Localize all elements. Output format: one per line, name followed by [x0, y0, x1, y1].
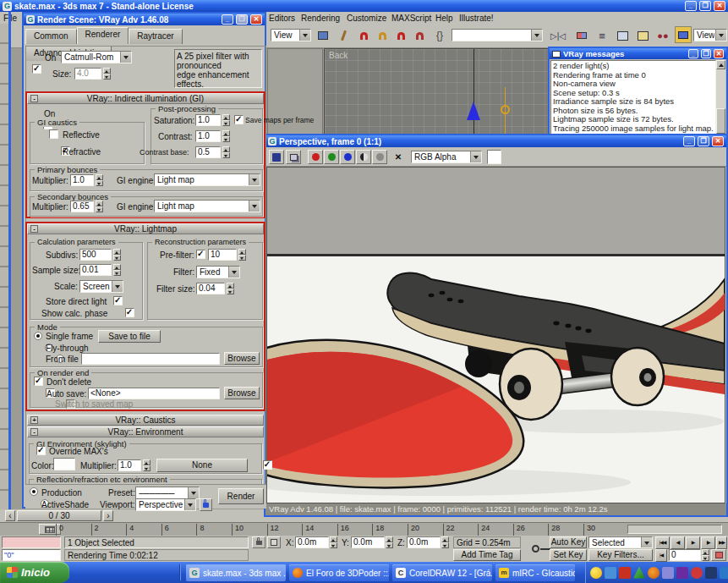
goto-frame-button[interactable]: |◀ [655, 549, 667, 562]
dont-delete-checkbox[interactable] [34, 377, 43, 386]
filter-size2-spinner[interactable] [227, 283, 234, 294]
contrast-spinner[interactable] [222, 130, 230, 142]
saturation-field[interactable]: 1.0 [195, 114, 221, 126]
messages-close-button[interactable]: ✕ [714, 49, 724, 58]
from-file-input[interactable] [81, 353, 220, 365]
prefilter-spinner[interactable] [238, 249, 246, 261]
view-dropdown-1[interactable]: View [271, 29, 311, 41]
channel-dropdown[interactable]: RGB Alpha [411, 151, 482, 163]
contrast-field[interactable]: 1.0 [195, 130, 221, 142]
task-coreldraw[interactable]: C CorelDRAW 12 - [Grá... [392, 564, 492, 581]
render-maximize-button[interactable]: ❐ [698, 136, 709, 146]
collapse-icon[interactable]: - [30, 428, 38, 436]
override-max-checkbox[interactable] [36, 446, 46, 455]
lightmap-rollout-header[interactable]: - VRay:: Lightmap [27, 223, 264, 234]
messages-scrollbar[interactable] [716, 60, 725, 140]
set-key-button[interactable]: Set Key [550, 549, 587, 561]
filter-type-dropdown[interactable]: Catmull-Rom [61, 51, 132, 63]
main-restore-button[interactable]: ❐ [699, 1, 711, 11]
sample-size-field[interactable]: 0.01 [79, 264, 112, 276]
tray-error-icon[interactable] [619, 567, 631, 579]
env-color-swatch[interactable] [53, 458, 75, 470]
prefilter-checkbox[interactable] [196, 250, 205, 259]
kbd-shortcut-icon[interactable]: {} [431, 27, 448, 44]
maxscript-input-row[interactable] [2, 536, 61, 548]
snap-toggle-icon[interactable] [355, 27, 372, 44]
messages-scroll-thumb[interactable] [716, 108, 725, 134]
task-mirc[interactable]: m mIRC - GIcaustics +... [495, 564, 575, 581]
auto-save-path[interactable]: <None> [88, 388, 220, 399]
viewport-lock-icon[interactable] [200, 498, 212, 511]
red-channel-icon[interactable] [308, 150, 323, 164]
browse-autosave-button[interactable]: Browse [224, 387, 260, 399]
tray-shield-icon[interactable] [662, 567, 674, 579]
set-key-mode-icon[interactable] [524, 537, 546, 559]
caustics-rollout-header[interactable]: + VRay:: Caustics [27, 415, 264, 426]
frame-number-field[interactable]: 0 [669, 549, 701, 561]
omni-light-object[interactable] [501, 105, 510, 114]
x-spinner[interactable] [330, 536, 337, 548]
tray-antivirus-icon[interactable] [676, 567, 688, 579]
x-field[interactable]: 0.0m [295, 536, 329, 548]
y-field[interactable]: 0.0m [351, 536, 385, 548]
save-maps-checkbox[interactable] [234, 115, 244, 124]
environment-rollout-header[interactable]: - VRay:: Environment [27, 426, 264, 437]
main-titlebar[interactable]: G skate.max - 3ds max 7 - Stand-alone Li… [0, 0, 728, 12]
single-frame-radio[interactable] [34, 332, 42, 340]
alpha-channel-icon[interactable] [372, 150, 387, 164]
collapse-icon[interactable]: - [30, 95, 38, 102]
collapse-icon[interactable]: - [30, 225, 38, 233]
contrast-base-spinner[interactable] [222, 146, 230, 158]
main-minimize-button[interactable]: _ [685, 1, 697, 11]
align-icon[interactable] [573, 27, 590, 44]
z-field[interactable]: 0.0m [407, 536, 441, 548]
task-3dsmax[interactable]: G skate.max - 3ds max ... [186, 564, 286, 581]
key-filters-button[interactable]: Key Filters... [588, 549, 653, 561]
y-spinner[interactable] [386, 536, 393, 548]
curve-editor-icon[interactable] [614, 27, 631, 44]
sample-size-spinner[interactable] [113, 264, 121, 276]
primary-engine-dropdown[interactable]: Light map [154, 173, 260, 186]
angle-snap-icon[interactable] [374, 27, 391, 44]
view-dropdown-2[interactable]: View [693, 29, 727, 41]
material-editor-icon[interactable]: ●● [654, 27, 671, 44]
render-scene-icon[interactable] [675, 26, 692, 43]
secondary-mult-field[interactable]: 0.65 [70, 201, 94, 212]
gi-rollout-header[interactable]: - VRay:: Indirect illumination (GI) [27, 93, 264, 104]
saturation-spinner[interactable] [222, 114, 230, 126]
messages-log[interactable]: 2 render light(s)Rendering frame at time… [550, 60, 716, 140]
clear-image-icon[interactable]: ✕ [391, 150, 406, 164]
primary-mult-field[interactable]: 1.0 [70, 174, 94, 186]
maxscript-output-row[interactable]: "0" [2, 549, 61, 561]
schematic-view-icon[interactable] [634, 27, 651, 44]
preset-dropdown[interactable]: ------------------ [135, 487, 200, 499]
browse-file-button[interactable]: Browse [224, 352, 260, 365]
dialog-minimize-button[interactable]: _ [222, 14, 233, 25]
production-radio[interactable] [30, 487, 38, 496]
menu-maxscript[interactable]: MAXScript [391, 14, 431, 23]
tray-emoticon-icon[interactable] [590, 567, 602, 579]
bg-color-swatch[interactable] [487, 150, 501, 164]
tray-app-icon[interactable] [705, 567, 717, 579]
prefilter-field[interactable]: 10 [208, 249, 237, 261]
secondary-mult-spinner[interactable] [96, 201, 103, 212]
mirror-icon[interactable]: ▷|◁ [550, 27, 567, 44]
goto-end-button[interactable]: ▶▶ [716, 536, 727, 549]
left-tab-strip[interactable] [0, 24, 8, 525]
messages-minimize-button[interactable]: _ [688, 49, 698, 58]
walkthrough-icon[interactable] [335, 27, 352, 44]
menu-editors[interactable]: Editors [269, 14, 295, 23]
env-mult-field[interactable]: 1.0 [118, 459, 141, 471]
secondary-engine-dropdown[interactable]: Light map [154, 200, 260, 212]
render-button[interactable]: Render [218, 488, 264, 504]
time-prev-button[interactable]: ‹ [5, 510, 15, 521]
tray-firefox-icon[interactable] [648, 567, 660, 579]
timeline-ruler[interactable]: 024681012141618202224262830 [0, 522, 728, 536]
expand-icon[interactable]: + [30, 416, 38, 424]
z-spinner[interactable] [441, 536, 449, 548]
add-time-tag-button[interactable]: Add Time Tag [453, 549, 521, 561]
selection-lock-icon[interactable] [252, 536, 265, 548]
percent-snap-icon[interactable] [392, 27, 409, 44]
filter-size2-field[interactable]: 0.04 [196, 283, 225, 294]
auto-key-button[interactable]: Auto Key [550, 536, 587, 548]
